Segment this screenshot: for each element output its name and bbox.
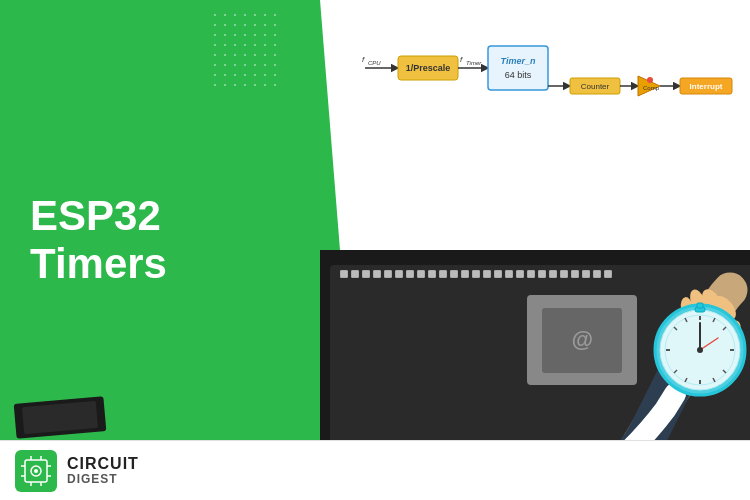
- pin: [483, 270, 491, 278]
- title-line1: ESP32: [30, 192, 161, 239]
- diagram-svg: f CPU 1/Prescale f Timer Timer_n 64 bits…: [360, 18, 740, 118]
- svg-text:CPU: CPU: [368, 60, 381, 66]
- svg-text:Comp: Comp: [643, 85, 660, 91]
- title-line2: Timers: [30, 240, 167, 287]
- main-container: ESP32 Timers f CPU 1/Prescale f Timer: [0, 0, 750, 500]
- svg-rect-8: [488, 46, 548, 90]
- pin: [461, 270, 469, 278]
- logo-box: [15, 450, 57, 492]
- bottom-bar: CIRCUIT DIGEST: [0, 440, 750, 500]
- pin: [472, 270, 480, 278]
- pin: [527, 270, 535, 278]
- pin: [340, 270, 348, 278]
- brand-circuit-label: CIRCUIT: [67, 455, 139, 473]
- pin: [538, 270, 546, 278]
- svg-text:Interrupt: Interrupt: [690, 82, 723, 91]
- svg-text:Timer_n: Timer_n: [501, 56, 536, 66]
- pin: [351, 270, 359, 278]
- pin: [373, 270, 381, 278]
- pin: [428, 270, 436, 278]
- pin: [505, 270, 513, 278]
- svg-text:f: f: [460, 55, 463, 64]
- svg-point-44: [697, 347, 703, 353]
- pin: [450, 270, 458, 278]
- svg-text:Timer: Timer: [466, 60, 482, 66]
- logo-icon: [21, 456, 51, 486]
- pin: [549, 270, 557, 278]
- svg-text:Counter: Counter: [581, 82, 610, 91]
- brand-digest-label: DIGEST: [67, 473, 139, 486]
- svg-text:f: f: [362, 55, 365, 64]
- timer-diagram: f CPU 1/Prescale f Timer Timer_n 64 bits…: [360, 18, 740, 118]
- pin: [516, 270, 524, 278]
- right-panel: f CPU 1/Prescale f Timer Timer_n 64 bits…: [320, 0, 750, 500]
- pin: [406, 270, 414, 278]
- pin: [395, 270, 403, 278]
- svg-point-17: [647, 77, 653, 83]
- pin: [384, 270, 392, 278]
- svg-text:64 bits: 64 bits: [505, 70, 532, 80]
- pin: [417, 270, 425, 278]
- pin: [494, 270, 502, 278]
- page-title: ESP32 Timers: [30, 192, 167, 289]
- svg-text:1/Prescale: 1/Prescale: [406, 63, 451, 73]
- svg-rect-46: [697, 303, 703, 308]
- small-board-inner: [22, 401, 98, 434]
- brand-text: CIRCUIT DIGEST: [67, 455, 139, 486]
- dot-pattern: [210, 10, 310, 90]
- svg-point-49: [34, 469, 38, 473]
- pin: [439, 270, 447, 278]
- pin: [362, 270, 370, 278]
